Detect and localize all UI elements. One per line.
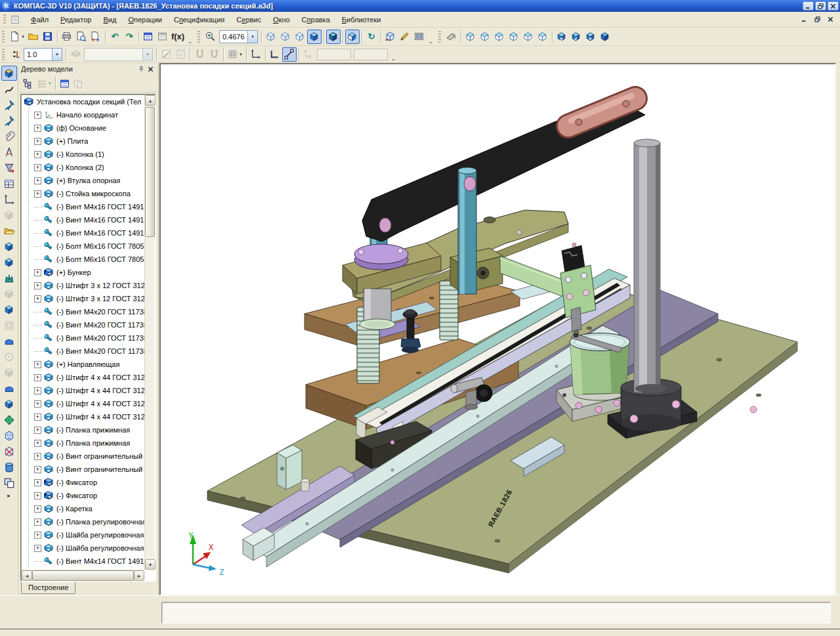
- tree-item[interactable]: +(+) Бункер: [22, 266, 144, 279]
- tree-expander[interactable]: +: [34, 453, 41, 460]
- close-panel-icon[interactable]: [146, 64, 156, 74]
- assembly-scene[interactable]: ЯАЕВ.1826: [161, 64, 835, 594]
- tree-expander[interactable]: +: [34, 190, 41, 198]
- tree-item-label[interactable]: (-) Шайба регулировочная: [56, 531, 144, 539]
- pattern-cube-icon[interactable]: [1, 428, 17, 443]
- tree-item-label[interactable]: Начало координат: [56, 111, 118, 119]
- report-button[interactable]: [72, 77, 85, 91]
- tree-item-label[interactable]: (-) Фиксатор: [56, 492, 97, 499]
- grid-button[interactable]: ▼: [226, 47, 244, 62]
- screen-plane-button[interactable]: [412, 30, 427, 44]
- composition-button[interactable]: ▼: [35, 77, 53, 91]
- step-spin-icon[interactable]: [8, 47, 22, 62]
- tree-item[interactable]: +(-) Штифт 4 х 44 ГОСТ 3128: [22, 371, 144, 384]
- tree-item-label[interactable]: (-) Штифт 3 х 12 ГОСТ 3128: [56, 282, 144, 289]
- tree-item[interactable]: (-) Винт М4х20 ГОСТ 11738: [22, 318, 144, 331]
- chevron-down-icon[interactable]: ▼: [247, 31, 257, 43]
- wireframe-button[interactable]: [264, 30, 278, 44]
- menu-item-0[interactable]: Файл: [25, 14, 54, 26]
- crown-icon[interactable]: [1, 270, 17, 286]
- local-cs-button[interactable]: [249, 47, 263, 62]
- circle-tool-icon[interactable]: [1, 349, 17, 364]
- tree-item[interactable]: +(-) Стойка микроскопа: [22, 187, 144, 200]
- tree-item[interactable]: +(-) Колонка (2): [22, 161, 144, 174]
- frame-icon[interactable]: [1, 318, 17, 333]
- tree-expander[interactable]: +: [34, 125, 41, 132]
- tree-item-label[interactable]: (-) Колонка (1): [56, 150, 104, 158]
- tree-item-label[interactable]: (-) Планка прижимная: [56, 426, 130, 434]
- sketch-mode-button[interactable]: [159, 47, 173, 62]
- tree-item-label[interactable]: (-) Винт М4х20 ГОСТ 11738: [56, 347, 144, 355]
- compact-panel-expand-icon[interactable]: ▸: [7, 492, 10, 499]
- tree-item[interactable]: +(+) Втулка опорная: [22, 174, 144, 187]
- tree-item-label[interactable]: (-) Штифт 3 х 12 ГОСТ 3128: [56, 295, 144, 303]
- measure-compass-icon[interactable]: [1, 144, 17, 159]
- isometry-zxy-button[interactable]: x: [583, 30, 598, 44]
- tree-item[interactable]: +(-) Планка регулировочная: [22, 515, 144, 528]
- tree-expander[interactable]: +: [34, 361, 41, 368]
- rotate-model-button[interactable]: ↻: [364, 30, 379, 44]
- round-blue-icon[interactable]: [1, 333, 17, 349]
- open-folder-icon[interactable]: [1, 223, 17, 238]
- coord-x-input[interactable]: [354, 49, 388, 60]
- tree-item[interactable]: (-) Болт М6х16 ГОСТ 7805-7: [22, 253, 144, 266]
- print-preview-button[interactable]: [74, 30, 89, 44]
- chevron-down-icon[interactable]: ▼: [142, 49, 152, 60]
- toolbar-overflow-icon[interactable]: ⌄: [427, 39, 435, 45]
- relations-button[interactable]: [58, 77, 72, 91]
- tree-hscroll-thumb[interactable]: [32, 570, 134, 581]
- restore-button[interactable]: [815, 1, 826, 11]
- dimensions-cube-button[interactable]: [383, 30, 398, 44]
- document-system-icon[interactable]: [8, 13, 22, 26]
- tree-expander[interactable]: +: [34, 545, 41, 552]
- view-top-button[interactable]: [492, 30, 507, 44]
- tree-expander[interactable]: +: [34, 112, 41, 119]
- tree-item[interactable]: (-) Винт М4х20 ГОСТ 11738: [22, 305, 144, 318]
- scroll-down-icon[interactable]: ▼: [145, 559, 156, 570]
- variables-button[interactable]: f(x): [170, 30, 186, 44]
- prism-blue-icon[interactable]: [1, 381, 17, 396]
- aux-geometry-icon[interactable]: [1, 207, 17, 223]
- mdi-restore-button[interactable]: [812, 14, 823, 24]
- tree-item[interactable]: +(+) Плита: [22, 135, 144, 148]
- tree-item-label[interactable]: (-) Винт М4х16 ГОСТ 1491-8: [56, 216, 144, 224]
- zoom-scale-combo-value[interactable]: 0.4676: [220, 33, 247, 41]
- tree-vscroll-thumb[interactable]: [145, 107, 155, 237]
- magnet-snap-button[interactable]: [192, 47, 207, 62]
- tree-structure-button[interactable]: [21, 77, 35, 91]
- scroll-up-icon[interactable]: ▲: [145, 95, 156, 106]
- tree-expander[interactable]: +: [34, 466, 41, 473]
- isometry-yzx-button[interactable]: z: [569, 30, 583, 44]
- toolbar-overflow-icon[interactable]: ⌄: [389, 56, 398, 62]
- tree-item[interactable]: +(-) Колонка (1): [22, 148, 144, 161]
- tree-expander[interactable]: +: [34, 479, 41, 486]
- tree-item[interactable]: (-) Винт М4х16 ГОСТ 1491-8: [22, 213, 144, 226]
- dimetry-button[interactable]: [598, 30, 612, 44]
- tree-item[interactable]: +(-) Штифт 4 х 44 ГОСТ 3128: [22, 384, 144, 397]
- toolbar-grip[interactable]: [2, 31, 5, 43]
- parameters-axis-icon[interactable]: [1, 192, 17, 207]
- mdi-close-button[interactable]: [825, 14, 836, 24]
- tree-expander[interactable]: +: [34, 532, 41, 539]
- tree-item[interactable]: +(-) Штифт 3 х 12 ГОСТ 3128: [22, 292, 144, 305]
- filter-icon[interactable]: [1, 160, 17, 175]
- tree-item[interactable]: +(-) Шайба регулировочная: [22, 528, 144, 541]
- tree-expander[interactable]: +: [34, 164, 41, 171]
- menu-item-7[interactable]: Справка: [296, 14, 336, 26]
- minimize-button[interactable]: [803, 1, 814, 11]
- layers-combo[interactable]: ▼: [84, 48, 153, 61]
- tree-expander[interactable]: +: [34, 374, 41, 381]
- redo-button[interactable]: ↷: [122, 30, 136, 44]
- view-front-button[interactable]: [463, 30, 478, 44]
- menu-item-6[interactable]: Окно: [267, 14, 296, 26]
- pin-panel-icon[interactable]: [136, 64, 146, 74]
- spec-editor-button[interactable]: [156, 30, 170, 44]
- step-combo[interactable]: 1.0▼: [24, 48, 62, 61]
- tree-expander[interactable]: +: [34, 427, 41, 434]
- spatial-curves-icon[interactable]: [1, 81, 17, 96]
- tree-expander[interactable]: +: [34, 387, 41, 394]
- menu-item-5[interactable]: Сервис: [230, 14, 267, 26]
- convert-button[interactable]: [89, 30, 103, 44]
- sketch-edit-button[interactable]: [173, 47, 188, 62]
- tree-item[interactable]: (-) Винт М4х14 ГОСТ 1491-8: [22, 555, 144, 568]
